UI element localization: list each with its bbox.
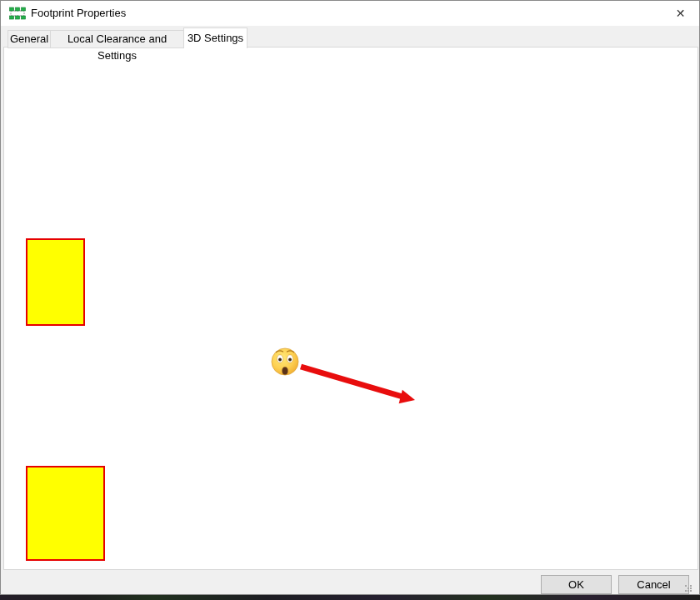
resize-grip[interactable] xyxy=(684,584,692,592)
close-icon: ✕ xyxy=(676,7,686,20)
footprint-properties-dialog: Footprint Properties ✕ General Local Cle… xyxy=(0,0,700,595)
close-button[interactable]: ✕ xyxy=(662,1,699,26)
background-app-strip xyxy=(0,595,700,600)
footprint-icon xyxy=(9,7,26,20)
tab-page-3d-settings xyxy=(3,47,698,570)
cancel-button[interactable]: Cancel xyxy=(618,575,689,594)
tab-general[interactable]: General xyxy=(8,30,51,48)
title-bar: Footprint Properties ✕ xyxy=(1,1,699,26)
ok-button[interactable]: OK xyxy=(541,575,612,594)
window-title: Footprint Properties xyxy=(31,1,126,26)
tab-3d-settings[interactable]: 3D Settings xyxy=(183,28,248,48)
tab-local-clearance[interactable]: Local Clearance and Settings xyxy=(50,30,184,48)
